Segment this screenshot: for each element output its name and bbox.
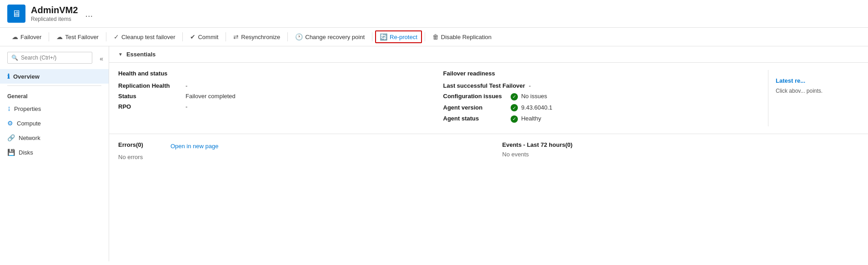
disks-icon: 💾 [7, 149, 15, 156]
bottom-section: Errors(0) Open in new page No errors Eve… [109, 134, 868, 168]
separator-3 [182, 32, 183, 41]
latest-recovery-desc: Click abov... points. [776, 88, 852, 94]
errors-col: Errors(0) Open in new page No errors [118, 141, 475, 160]
search-input[interactable] [21, 55, 88, 61]
sidebar-item-properties[interactable]: ⫶ Properties [0, 101, 109, 116]
config-issues-row: Configuration issues ✓ No issues [443, 93, 750, 100]
sidebar: 🔍 « ℹ Overview General ⫶ Properties ⚙ Co… [0, 46, 109, 261]
config-issues-text: No issues [521, 93, 547, 100]
disable-icon: 🗑 [432, 33, 439, 40]
main-content: ▼ Essentials Health and status Replicati… [109, 46, 868, 261]
page-title: AdminVM2 [31, 5, 78, 15]
health-status-title: Health and status [118, 70, 425, 77]
last-test-failover-label: Last successful Test Failover [443, 82, 525, 89]
disable-replication-button[interactable]: 🗑 Disable Replication [428, 30, 496, 43]
sidebar-overview-label: Overview [13, 73, 40, 80]
status-value: Failover completed [186, 93, 236, 100]
test-failover-label: Test Failover [65, 34, 99, 40]
compute-icon: ⚙ [7, 120, 13, 127]
commit-label: Commit [198, 34, 218, 40]
resync-icon: ⇄ [233, 33, 239, 40]
header-text: AdminVM2 Replicated items [31, 5, 78, 22]
rpo-value: - [186, 103, 187, 110]
main-layout: 🔍 « ℹ Overview General ⫶ Properties ⚙ Co… [0, 46, 868, 261]
change-recovery-icon: 🕐 [295, 33, 303, 40]
test-failover-button[interactable]: ☁ Test Failover [52, 30, 103, 43]
events-value: No events [502, 151, 859, 158]
separator-7 [425, 32, 425, 41]
sidebar-disks-label: Disks [19, 149, 33, 156]
replication-health-row: Replication Health - [118, 82, 425, 89]
agent-status-text: Healthy [521, 115, 541, 122]
change-recovery-button[interactable]: 🕐 Change recovery point [291, 30, 369, 43]
events-title: Events - Last 72 hours(0) [502, 141, 859, 148]
open-in-new-page-link[interactable]: Open in new page [171, 143, 219, 150]
sidebar-properties-label: Properties [14, 105, 41, 112]
sidebar-item-overview[interactable]: ℹ Overview [0, 69, 109, 84]
last-test-failover-value: - [529, 82, 531, 89]
essentials-body: Health and status Replication Health - S… [109, 63, 868, 134]
re-protect-label: Re-protect [390, 34, 417, 40]
sidebar-item-network[interactable]: 🔗 Network [0, 130, 109, 145]
config-check-icon: ✓ [511, 93, 518, 100]
essentials-header[interactable]: ▼ Essentials [109, 46, 868, 63]
agent-version-label: Agent version [443, 104, 507, 111]
sidebar-general-section: General [0, 88, 109, 101]
cleanup-label: Cleanup test failover [121, 34, 176, 40]
search-box[interactable]: 🔍 [7, 52, 92, 64]
separator-1 [49, 32, 49, 41]
separator-5 [287, 32, 288, 41]
config-issues-value: ✓ No issues [511, 93, 547, 100]
separator-6 [372, 32, 372, 41]
errors-title: Errors(0) [118, 141, 143, 148]
disable-label: Disable Replication [441, 34, 492, 40]
failover-label: Failover [20, 34, 41, 40]
sidebar-item-disks[interactable]: 💾 Disks [0, 145, 109, 160]
failover-button[interactable]: ☁ Failover [7, 30, 46, 43]
events-col: Events - Last 72 hours(0) No events [502, 141, 859, 160]
failover-readiness-col: Failover readiness Last successful Test … [443, 70, 750, 126]
cleanup-button[interactable]: ✓ Cleanup test failover [109, 30, 180, 43]
latest-recovery-panel: Latest re... Click abov... points. [768, 70, 859, 126]
change-recovery-label: Change recovery point [305, 34, 365, 40]
health-status-col: Health and status Replication Health - S… [118, 70, 425, 126]
resync-label: Resynchronize [241, 34, 280, 40]
rpo-row: RPO - [118, 103, 425, 110]
commit-button[interactable]: ✔ Commit [186, 30, 223, 43]
agent-version-check-icon: ✓ [511, 104, 518, 111]
vm-icon: 🖥 [7, 5, 25, 23]
page-subtitle: Replicated items [31, 16, 71, 22]
commit-icon: ✔ [190, 33, 196, 40]
separator-4 [226, 32, 226, 41]
config-issues-label: Configuration issues [443, 93, 507, 100]
collapse-button[interactable]: « [98, 55, 105, 62]
errors-header: Errors(0) Open in new page [118, 141, 475, 151]
properties-icon: ⫶ [7, 105, 10, 112]
failover-icon: ☁ [12, 33, 18, 40]
latest-recovery-title: Latest re... [776, 77, 852, 84]
sidebar-item-compute[interactable]: ⚙ Compute [0, 116, 109, 130]
toolbar: ☁ Failover ☁ Test Failover ✓ Cleanup tes… [0, 28, 868, 46]
agent-status-label: Agent status [443, 115, 507, 122]
agent-version-value: ✓ 9.43.6040.1 [511, 104, 552, 112]
status-row: Status Failover completed [118, 93, 425, 100]
agent-status-value: ✓ Healthy [511, 115, 542, 123]
resynchronize-button[interactable]: ⇄ Resynchronize [229, 30, 285, 43]
agent-status-row: Agent status ✓ Healthy [443, 115, 750, 123]
essentials-title: Essentials [126, 51, 156, 58]
status-label: Status [118, 93, 182, 100]
network-icon: 🔗 [7, 134, 15, 141]
test-failover-icon: ☁ [56, 33, 63, 40]
replication-health-value: - [186, 82, 187, 89]
agent-status-check-icon: ✓ [511, 115, 518, 123]
re-protect-button[interactable]: 🔄 Re-protect [375, 30, 422, 43]
failover-readiness-title: Failover readiness [443, 70, 750, 77]
overview-icon: ℹ [7, 73, 10, 80]
page-header: 🖥 AdminVM2 Replicated items ... [0, 0, 868, 28]
sidebar-network-label: Network [19, 135, 40, 141]
agent-version-row: Agent version ✓ 9.43.6040.1 [443, 104, 750, 112]
sidebar-divider [7, 85, 101, 86]
last-test-failover-row: Last successful Test Failover - [443, 82, 750, 89]
cleanup-icon: ✓ [114, 33, 119, 40]
more-options-button[interactable]: ... [85, 9, 93, 19]
